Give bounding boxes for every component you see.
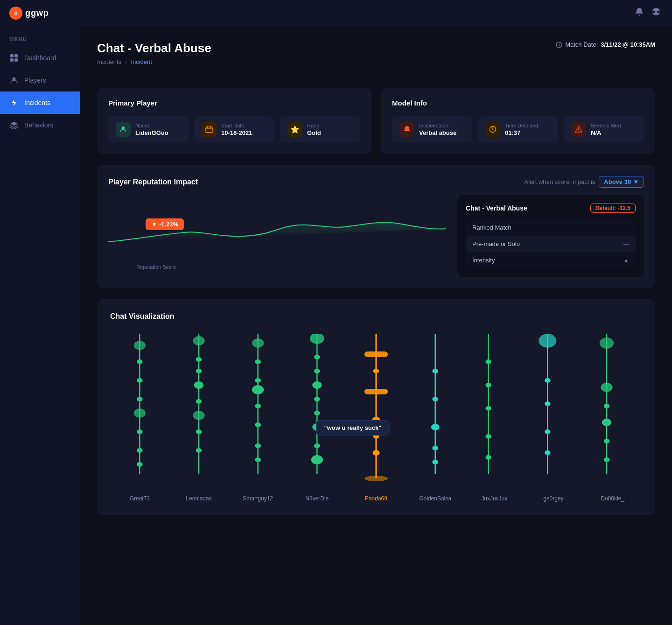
severity-field: Severity Alert: N/A — [564, 116, 644, 142]
time-detected-label: Time Detected: — [505, 123, 539, 128]
reputation-header: Player Reputation Impact Alert when scor… — [108, 176, 644, 188]
svg-point-73 — [539, 334, 556, 348]
player-label-smartguy12: Smartguy12 — [239, 495, 277, 502]
svg-point-58 — [372, 450, 379, 456]
intensity-label: Intensity — [472, 257, 495, 264]
alert-dropdown[interactable]: Above 30 ▼ — [599, 176, 644, 188]
chat-viz-title: Chat Visualization — [110, 312, 642, 321]
sparkline-chart: ▼ -1.23% Reputation Score — [108, 195, 446, 270]
svg-point-32 — [196, 448, 202, 453]
name-label: Name: — [135, 123, 168, 128]
svg-point-46 — [312, 381, 322, 389]
match-date-label: Match Date: — [565, 41, 598, 48]
incident-type-value: Verbal abuse — [419, 129, 456, 136]
sidebar-item-dashboard[interactable]: Dashboard — [0, 47, 80, 69]
layers-icon — [9, 120, 19, 130]
svg-rect-4 — [10, 58, 14, 62]
lightning-icon — [9, 98, 19, 107]
start-date-value: 10-18-2021 — [221, 129, 252, 136]
svg-point-84 — [604, 457, 610, 462]
reputation-score-label: Reputation Score — [136, 264, 176, 270]
svg-point-38 — [255, 404, 261, 408]
svg-point-65 — [432, 460, 438, 464]
svg-point-54 — [373, 369, 379, 373]
svg-point-17 — [137, 359, 143, 364]
model-info-card: Model Info Incident type: Verbal abuse — [381, 88, 655, 154]
svg-point-79 — [600, 337, 614, 349]
notifications-icon[interactable] — [635, 7, 644, 19]
chat-visualization-area: "wow u really suck" Great73 Leoniadas Sm… — [110, 334, 642, 502]
svg-point-35 — [255, 359, 261, 364]
sidebar-item-incidents[interactable]: Incidents — [0, 91, 80, 114]
premade-value: --- — [623, 240, 629, 247]
chat-viz-svg — [110, 334, 642, 492]
model-info-fields: Incident type: Verbal abuse Time D — [392, 116, 644, 142]
svg-point-20 — [134, 408, 146, 418]
alert-control: Alert when score impact is Above 30 ▼ — [525, 176, 644, 188]
svg-point-77 — [545, 450, 551, 455]
svg-marker-7 — [12, 99, 16, 106]
breadcrumb-root: Incidents — [97, 58, 121, 65]
sidebar-item-behaviors[interactable]: Behaviors — [0, 114, 80, 136]
player-name-field: Name: LidenGGuo — [108, 116, 189, 142]
chat-viz-card: Chat Visualization — [97, 299, 655, 515]
player-label-great73: Great73 — [121, 495, 158, 502]
player-label-panda69: Panda69 — [357, 495, 395, 502]
svg-point-47 — [314, 397, 320, 401]
severity-label: Severity Alert: — [591, 123, 623, 128]
dashboard-label: Dashboard — [24, 54, 56, 62]
svg-point-21 — [137, 429, 143, 434]
player-label-goldensalsa: GoldenSalsa — [417, 495, 454, 502]
model-panel-title: Chat - Verbal Abuse — [466, 204, 527, 212]
svg-point-82 — [602, 419, 611, 426]
svg-rect-2 — [10, 54, 14, 57]
player-label-leoniadas: Leoniadas — [180, 495, 217, 502]
svg-point-31 — [196, 429, 202, 434]
rank-label: Rank: — [307, 123, 321, 128]
svg-point-14 — [578, 131, 579, 132]
breadcrumb: Incidents › Incident — [97, 58, 211, 65]
svg-point-59 — [364, 476, 388, 481]
svg-point-50 — [314, 443, 320, 448]
svg-point-64 — [432, 446, 438, 450]
reputation-card: Player Reputation Impact Alert when scor… — [97, 165, 655, 288]
default-badge: Default: -12.5 — [590, 204, 636, 213]
svg-point-67 — [485, 359, 491, 364]
start-date-label: Start Date: — [221, 123, 252, 128]
svg-point-81 — [604, 404, 610, 408]
logo-text: ggwp — [25, 8, 49, 18]
svg-point-80 — [601, 383, 612, 392]
sidebar-item-players[interactable]: Players — [0, 69, 80, 91]
severity-value: N/A — [591, 129, 623, 136]
model-panel-header: Chat - Verbal Abuse Default: -12.5 — [466, 204, 636, 213]
svg-text:G: G — [14, 11, 17, 16]
player-label-do00kie: Do00kie_ — [594, 495, 631, 502]
person-field-icon — [116, 122, 131, 137]
svg-point-39 — [255, 422, 261, 427]
primary-player-card: Primary Player Name: LidenGGuo — [97, 88, 371, 154]
svg-point-18 — [137, 378, 143, 383]
sidebar: G ggwp MENU Dashboard Players — [0, 0, 80, 625]
svg-point-63 — [431, 424, 440, 430]
svg-point-19 — [137, 397, 143, 401]
person-icon — [9, 76, 19, 85]
page-title: Chat - Verbal Abuse — [97, 41, 211, 56]
warning-field-icon — [571, 122, 586, 137]
svg-point-27 — [196, 369, 202, 373]
svg-point-68 — [485, 383, 491, 387]
match-date-value: 3/11/22 @ 10:35AM — [601, 41, 655, 48]
score-value: -1.23% — [159, 221, 178, 228]
settings-icon[interactable] — [651, 7, 661, 19]
time-detected-value: 01:37 — [505, 129, 539, 136]
svg-marker-8 — [10, 122, 18, 126]
svg-point-29 — [196, 399, 202, 404]
rank-field-icon: ⭐ — [287, 122, 302, 137]
player-label-ge0rgey: ge0rgey — [535, 495, 572, 502]
svg-point-69 — [485, 406, 491, 411]
svg-point-40 — [255, 443, 261, 448]
logo-icon: G — [9, 7, 22, 20]
svg-point-34 — [252, 338, 264, 348]
chevron-down-icon: ▼ — [633, 178, 639, 185]
svg-point-45 — [314, 369, 320, 373]
svg-point-71 — [485, 455, 491, 460]
